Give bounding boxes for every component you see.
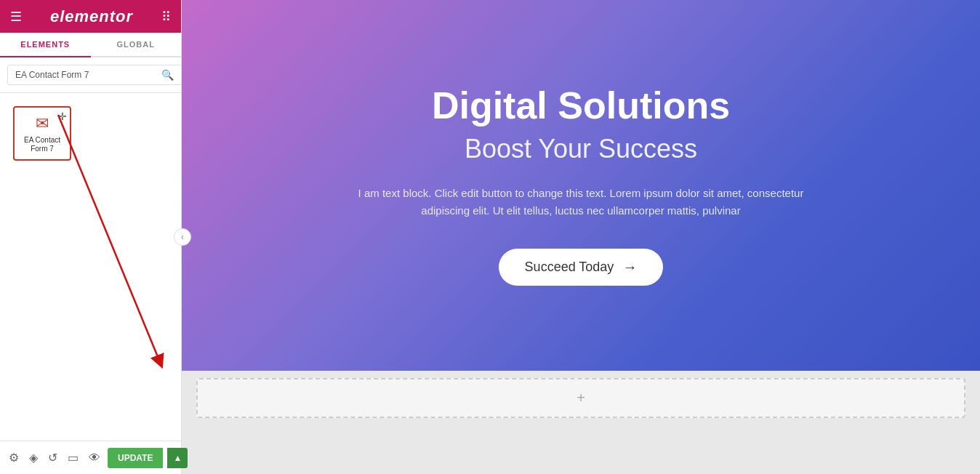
button-arrow-icon: → [622, 259, 637, 276]
sidebar-tabs: ELEMENTS GLOBAL [0, 33, 181, 57]
history-icon[interactable]: ↺ [45, 448, 60, 467]
hero-cta-button[interactable]: Succeed Today → [499, 249, 664, 286]
ea-contact-form-widget[interactable]: ✛ ✉ EA Contact Form 7 [13, 106, 71, 161]
sidebar-bottom: ⚙ ◈ ↺ ▭ 👁 UPDATE ▲ [0, 441, 181, 474]
sidebar-search: 🔍 [0, 57, 181, 93]
hero-subtitle: Boost Your Success [465, 134, 697, 164]
tab-elements[interactable]: ELEMENTS [0, 33, 91, 57]
apps-icon[interactable]: ⠿ [161, 9, 171, 25]
layers-icon[interactable]: ◈ [26, 448, 41, 467]
hero-title: Digital Solutions [432, 85, 730, 126]
sidebar: ☰ elementor ⠿ ELEMENTS GLOBAL 🔍 ✛ ✉ EA C… [0, 0, 182, 474]
main-canvas: Digital Solutions Boost Your Success I a… [182, 0, 980, 474]
plus-icon: + [577, 390, 585, 406]
settings-icon[interactable]: ⚙ [6, 448, 22, 467]
collapse-handle[interactable]: ‹ [174, 228, 191, 246]
hero-section[interactable]: Digital Solutions Boost Your Success I a… [182, 0, 980, 371]
preview-icon[interactable]: 👁 [86, 449, 103, 467]
move-icon: ✛ [58, 111, 67, 122]
search-icon[interactable]: 🔍 [161, 69, 174, 81]
update-button[interactable]: UPDATE [108, 448, 163, 468]
hero-body-text: I am text block. Click edit button to ch… [348, 185, 814, 220]
drop-zone[interactable]: + [196, 378, 965, 418]
search-input[interactable] [7, 65, 182, 85]
hero-button-label: Succeed Today [525, 260, 614, 275]
update-dropdown-button[interactable]: ▲ [167, 448, 188, 468]
envelope-icon: ✉ [36, 114, 49, 133]
widget-label: EA Contact Form 7 [15, 136, 70, 153]
elementor-logo: elementor [50, 7, 133, 26]
hamburger-icon[interactable]: ☰ [10, 9, 22, 25]
responsive-icon[interactable]: ▭ [65, 448, 81, 467]
sidebar-topbar: ☰ elementor ⠿ [0, 0, 181, 33]
tab-global[interactable]: GLOBAL [91, 33, 182, 56]
